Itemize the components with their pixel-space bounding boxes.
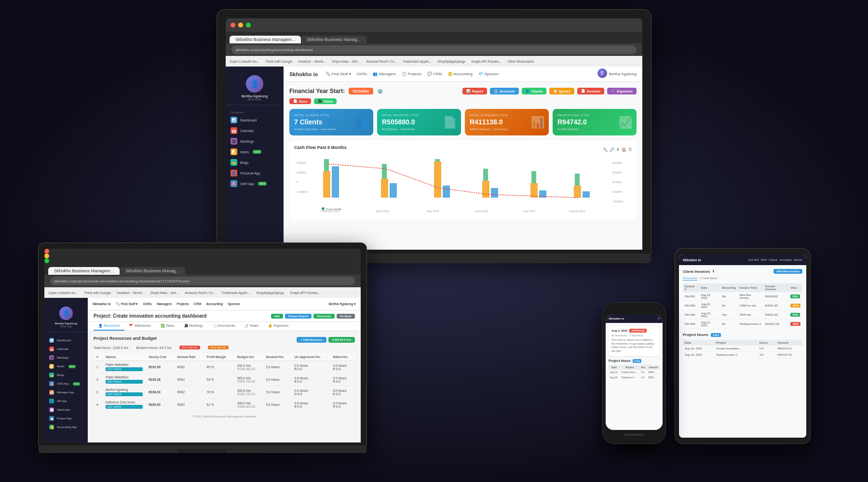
nav-okrs[interactable]: OKRs [357, 72, 367, 76]
s-bookmark-trademark[interactable]: Trademark Applic... [221, 291, 250, 295]
s-sidebar-dashboard[interactable]: 📊 Dashboard [44, 336, 88, 345]
download-icon[interactable]: ⬇ [616, 147, 620, 152]
active-tab[interactable]: Skhokho Business Managem... [230, 36, 301, 43]
tab-tasks[interactable]: ✅ Tasks [156, 322, 179, 331]
inactive-tab[interactable]: Skhokho Business Manag... [301, 36, 366, 43]
project-edit-btn[interactable]: Edit [271, 314, 283, 319]
home-icon[interactable]: 🏠 [622, 147, 626, 152]
t-nav-item-3[interactable]: Projects [769, 258, 778, 261]
s-sidebar-accounting[interactable]: 📒 Accounting App [44, 423, 88, 431]
secondary-inactive-tab[interactable]: Skhokho Business Manag... [120, 267, 185, 275]
bookmark-trademark[interactable]: Trademark Applic... [403, 60, 432, 63]
project-report-btn[interactable]: Project Report [285, 314, 312, 319]
t-nav-item-1[interactable]: Find Stuff [748, 258, 759, 261]
expenses-button[interactable]: 🛒 Expenses [607, 88, 637, 94]
bill-button[interactable]: $ Bill 64.0 Hrs [328, 337, 355, 343]
sidebar-item-meetings[interactable]: 🎥 Meetings [226, 136, 284, 147]
sidebar-item-okr[interactable]: 🎯 OKR App NEW [226, 178, 284, 189]
s-nav-managers[interactable]: Managers [157, 302, 172, 306]
tab-documents[interactable]: 📄 Documents [208, 322, 240, 331]
edit-rates-tag-2[interactable]: EDIT RATES [106, 380, 143, 384]
month-badge[interactable]: October [349, 88, 373, 94]
filter-hours[interactable]: 3 Total Hours [700, 277, 717, 281]
bookmark-graph[interactable]: Graph API Facebo... [471, 60, 502, 63]
s-bookmark-amazed[interactable]: Amazed Roof's Cri... [185, 291, 216, 295]
tab-expenses[interactable]: 💰 Expenses [263, 322, 293, 331]
edit-rates-tag-4[interactable]: EDIT RATES [106, 405, 143, 409]
address-bar[interactable]: skhokho.io/accounting/accounting-dashboa… [231, 45, 637, 54]
s-sidebar-calendar[interactable]: 📅 Calendar [44, 345, 88, 353]
project-goback-btn[interactable]: Go Back [337, 314, 355, 319]
s-sidebar-project[interactable]: 📋 Project App [44, 414, 88, 423]
sidebar-item-notes[interactable]: 📝 Notes NEW [226, 147, 284, 157]
s-bookmark-stripe[interactable]: Stripe Atlas - Skh... [150, 291, 179, 295]
sidebar-item-calendar[interactable]: 📅 Calendar [226, 125, 284, 136]
nav-accounting[interactable]: 📒 Accounting [448, 72, 473, 76]
bookmark-zopto[interactable]: Zopto LinkedIn Au... [230, 60, 259, 63]
s-bookmark-google[interactable]: Think with Google [84, 291, 111, 295]
secondary-minimize-button[interactable] [44, 254, 49, 258]
s-sidebar-okr[interactable]: 🎯 OKR App NEW [44, 379, 88, 388]
tab-milestones[interactable]: 🚩 Milestones [124, 322, 155, 331]
s-bookmark-howitzer[interactable]: Howitzer - World... [117, 291, 144, 295]
zoom-in-icon[interactable]: 🔎 [610, 147, 614, 152]
sidebar-item-dashboard[interactable]: 📊 Dashboard [226, 115, 284, 125]
bookmark-amazed[interactable]: Amazed Roof's Cri... [366, 60, 397, 63]
bookmark-stripe[interactable]: Stripe Atlas - Skh... [332, 60, 361, 63]
docs-button[interactable]: 📄 Docs [289, 98, 311, 104]
nav-crm[interactable]: 💬 CRM [427, 72, 442, 76]
sidebar-item-blogs[interactable]: ✍️ Blogs [226, 157, 284, 168]
t-nav-item-4[interactable]: Accounting [780, 258, 792, 261]
s-sidebar-hr[interactable]: 👥 HR App [44, 397, 88, 405]
s-bookmark-shopify[interactable]: ShopifyAppDjango [256, 291, 284, 295]
accounts-button[interactable]: 🏦 Accounts [490, 88, 519, 94]
edit-rates-tag[interactable]: EDIT RATES [106, 367, 143, 371]
invoices-button[interactable]: 📄 Invoices [577, 88, 604, 94]
nav-find-stuff[interactable]: 🔍 Find Stuff ▾ [326, 72, 351, 76]
t-nav-item-2[interactable]: OKRs [760, 258, 767, 261]
s-nav-accounting[interactable]: Accounting [206, 302, 223, 306]
settings-icon[interactable]: ⚙️ [377, 89, 383, 94]
filter-all[interactable]: All Invoices [683, 277, 697, 281]
s-nav-sponsor[interactable]: Sponsor [228, 302, 240, 306]
edit-rates-tag-3[interactable]: EDIT RATES [106, 392, 143, 396]
add-resource-button[interactable]: + Add Resource [297, 337, 326, 343]
bookmark-howitzer[interactable]: Howitzer - World... [298, 60, 326, 63]
video-button[interactable]: 🎥 Video [314, 98, 337, 104]
secondary-address-bar[interactable]: skhokho.io/projects/create-innovation-ac… [50, 277, 355, 285]
nav-projects[interactable]: 📋 Projects [402, 72, 421, 76]
nav-managers[interactable]: 👥 Managers [373, 72, 396, 76]
s-bookmark-zopto[interactable]: Zopto LinkedIn Au... [48, 291, 78, 295]
bookmark-google[interactable]: Think with Google [265, 60, 292, 63]
t-nav-item-5[interactable]: Sponsor [793, 258, 802, 261]
zoom-out-icon[interactable]: 🔍 [603, 147, 608, 152]
s-sidebar-notes[interactable]: 📝 Notes NEW [44, 362, 88, 371]
maximize-button[interactable] [246, 23, 251, 27]
bookmark-other[interactable]: Other Bookmarks [508, 60, 534, 63]
clients-button[interactable]: 👥 Clients [522, 88, 546, 94]
s-nav-okrs[interactable]: OKRs [143, 302, 152, 306]
tab-meetings[interactable]: 🎥 Meetings [179, 322, 208, 331]
secondary-close-button[interactable] [44, 249, 49, 254]
project-financials-btn[interactable]: Financials [313, 314, 334, 319]
secondary-active-tab[interactable]: Skhokho Business Managem... [48, 267, 120, 275]
sidebar-item-personal[interactable]: 👤 Personal App [226, 168, 284, 178]
nav-sponsor[interactable]: 💎 Sponsor [478, 72, 499, 76]
s-bookmark-graph[interactable]: Graph API Facebo... [290, 291, 320, 295]
secondary-maximize-button[interactable] [44, 258, 49, 263]
tab-resources[interactable]: 👤 Resources [94, 322, 124, 331]
bookmark-shopify[interactable]: ShopifyAppDjango [437, 60, 465, 63]
s-sidebar-blogs[interactable]: ✍️ Blogs [44, 371, 88, 379]
report-button[interactable]: 📊 Report [462, 88, 487, 94]
new-invoice-button[interactable]: Add New Invoice [773, 269, 802, 274]
phone-menu-icon[interactable]: ☰ [658, 317, 660, 320]
s-nav-crm[interactable]: CRM [194, 302, 202, 306]
quotes-button[interactable]: 📋 Quotes [549, 88, 574, 94]
s-sidebar-meetings[interactable]: 🎥 Meetings [44, 353, 88, 362]
tab-notes[interactable]: 📝 Notes [240, 322, 263, 331]
s-nav-projects[interactable]: Projects [176, 302, 189, 306]
s-sidebar-manager[interactable]: 👔 Manager App [44, 388, 88, 397]
s-nav-find[interactable]: 🔍 Find Stuff ▾ [116, 302, 138, 306]
menu-icon[interactable]: ☰ [628, 147, 632, 152]
minimize-button[interactable] [238, 23, 243, 27]
